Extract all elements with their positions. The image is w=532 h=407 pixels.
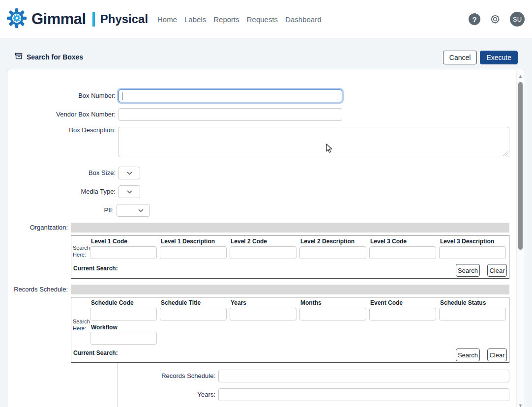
- main-nav: Home Labels Reports Requests Dashboard: [157, 0, 322, 38]
- rs-col-header-2: Schedule Title: [161, 299, 201, 306]
- user-avatar[interactable]: SU: [510, 12, 525, 27]
- org-level1-code-input[interactable]: [90, 246, 157, 259]
- rs-event-code-input[interactable]: [369, 308, 436, 320]
- pii-label: PII:: [7, 204, 115, 217]
- records-schedule-picker-label: Records Schedule:: [7, 283, 69, 296]
- records-schedule-field-label: Records Schedule:: [7, 370, 217, 382]
- org-search-button[interactable]: Search: [456, 264, 480, 277]
- brand-product: Physical: [100, 12, 148, 26]
- rs-search-here-label: Search Here:: [73, 318, 92, 332]
- gimmal-gear-logo-icon: [6, 7, 28, 31]
- vendor-box-number-input[interactable]: [118, 108, 342, 121]
- org-level3-code-input[interactable]: [369, 246, 436, 259]
- box-description-label: Box Description:: [7, 125, 117, 135]
- org-level3-description-input[interactable]: [439, 246, 506, 259]
- rs-months-input[interactable]: [299, 308, 366, 320]
- org-level2-description-input[interactable]: [299, 246, 366, 259]
- box-number-label: Box Number:: [7, 89, 117, 102]
- page-title: Search for Boxes: [27, 53, 83, 61]
- rs-col-header-5: Event Code: [370, 299, 403, 306]
- vertical-scrollbar[interactable]: ▲ ▼: [516, 70, 524, 407]
- nav-item-dashboard[interactable]: Dashboard: [285, 15, 321, 24]
- rs-col-header-1: Schedule Code: [91, 299, 134, 306]
- rs-search-button[interactable]: Search: [456, 349, 480, 361]
- nav-item-home[interactable]: Home: [157, 15, 177, 24]
- cancel-button[interactable]: Cancel: [443, 51, 477, 64]
- organization-search-here-label: Search Here:: [73, 244, 92, 258]
- media-type-select[interactable]: [118, 185, 140, 198]
- records-schedule-field-input[interactable]: [218, 370, 509, 382]
- rs-col-header-3: Years: [231, 299, 246, 306]
- chevron-down-icon: [138, 209, 144, 212]
- org-col-header-4: Level 2 Description: [300, 238, 355, 245]
- organization-label: Organization:: [7, 221, 69, 234]
- scroll-down-icon[interactable]: ▼: [517, 403, 524, 407]
- nav-item-requests[interactable]: Requests: [247, 15, 278, 24]
- years-field-label: Years:: [7, 388, 217, 401]
- box-number-input[interactable]: [118, 89, 342, 102]
- settings-gear-icon[interactable]: [489, 13, 502, 26]
- nav-item-labels[interactable]: Labels: [184, 15, 206, 24]
- organization-section-bar[interactable]: [71, 223, 509, 233]
- org-level1-description-input[interactable]: [160, 246, 227, 259]
- page-title-row: Search for Boxes: [15, 52, 83, 61]
- org-clear-button[interactable]: Clear: [487, 264, 507, 277]
- years-field-input[interactable]: [218, 388, 509, 401]
- org-col-header-6: Level 3 Description: [440, 238, 494, 245]
- nav-item-reports[interactable]: Reports: [213, 15, 239, 24]
- rs-schedule-title-input[interactable]: [160, 308, 227, 320]
- org-col-header-3: Level 2 Code: [231, 238, 267, 245]
- media-type-label: Media Type:: [7, 185, 117, 198]
- org-level2-code-input[interactable]: [230, 246, 296, 259]
- brand-divider: [92, 12, 95, 27]
- search-form-panel: Box Number: Vendor Box Number: Box Descr…: [7, 69, 525, 407]
- scroll-up-icon[interactable]: ▲: [517, 73, 524, 79]
- chevron-down-icon: [127, 172, 132, 175]
- app-header: Gimmal Physical Home Labels Reports Requ…: [0, 0, 532, 38]
- rs-years-input[interactable]: [230, 308, 296, 320]
- rs-schedule-code-input[interactable]: [90, 308, 157, 320]
- pii-select[interactable]: [117, 204, 150, 217]
- execute-button[interactable]: Execute: [480, 51, 518, 64]
- rs-clear-button[interactable]: Clear: [487, 349, 507, 361]
- help-icon[interactable]: ?: [469, 13, 480, 25]
- rs-current-search-label: Current Search:: [73, 349, 118, 356]
- organization-section-panel: Search Here: Level 1 Code Level 1 Descri…: [71, 235, 509, 279]
- box-description-textarea[interactable]: [118, 127, 509, 157]
- scrollbar-thumb[interactable]: [518, 82, 523, 250]
- search-boxes-icon: [15, 52, 23, 61]
- vendor-box-number-label: Vendor Box Number:: [7, 108, 117, 121]
- org-col-header-2: Level 1 Description: [161, 238, 215, 245]
- records-schedule-section-bar[interactable]: [71, 285, 509, 294]
- org-col-header-5: Level 3 Code: [370, 238, 407, 245]
- rs-col-header-4: Months: [300, 299, 322, 306]
- box-size-select[interactable]: [118, 167, 140, 179]
- rs-schedule-status-input[interactable]: [439, 308, 506, 320]
- text-caret: [122, 92, 122, 100]
- brand-name: Gimmal: [31, 10, 86, 28]
- records-schedule-section-panel: Search Here: Schedule Code Schedule Titl…: [71, 297, 509, 363]
- chevron-down-icon: [127, 190, 132, 194]
- box-size-label: Box Size:: [7, 167, 117, 179]
- rs-workflow-input[interactable]: [90, 332, 157, 345]
- brand-logo[interactable]: Gimmal Physical: [6, 0, 148, 38]
- resize-grip-icon[interactable]: [503, 151, 508, 156]
- rs-col-header-6: Schedule Status: [440, 299, 486, 306]
- org-current-search-label: Current Search:: [73, 265, 118, 272]
- org-col-header-1: Level 1 Code: [91, 238, 127, 245]
- rs-col-header-workflow: Workflow: [91, 324, 118, 331]
